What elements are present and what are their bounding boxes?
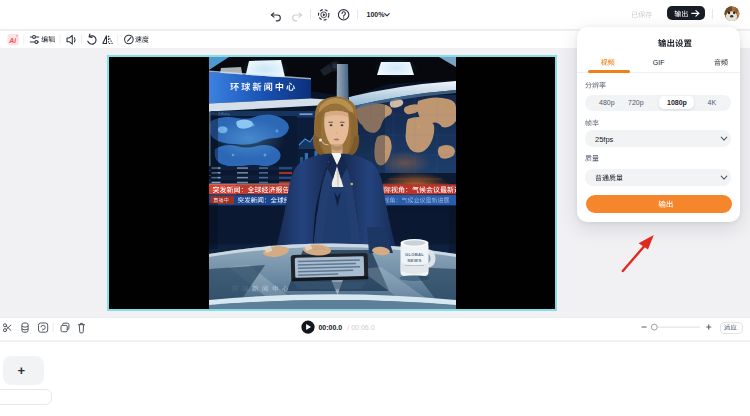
svg-text:NEWS: NEWS <box>407 258 421 263</box>
svg-text:GLOBAL: GLOBAL <box>405 252 424 257</box>
